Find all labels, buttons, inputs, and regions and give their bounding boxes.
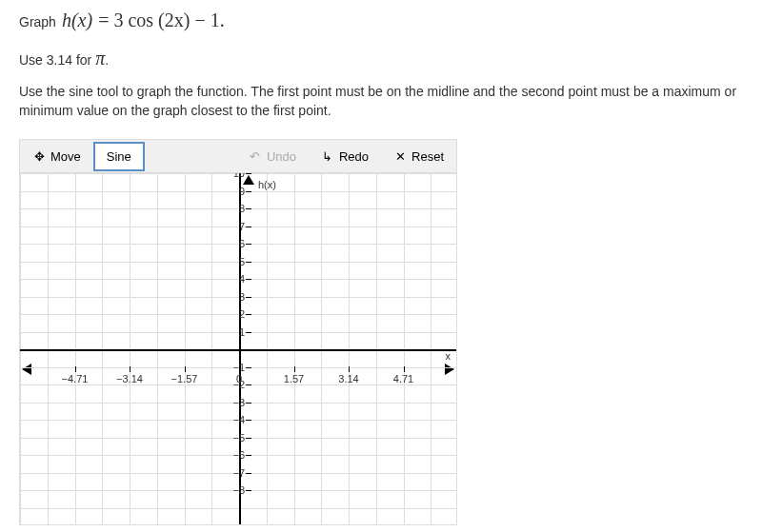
y-tick-label: 1 (228, 326, 245, 338)
y-tick-label: 5 (228, 256, 245, 267)
move-label: Move (50, 149, 81, 164)
y-tick-mark (246, 332, 251, 333)
y-tick-mark (246, 297, 251, 298)
y-tick-mark (246, 384, 251, 385)
move-icon: ✥ (32, 149, 46, 163)
x-tick-mark (185, 366, 186, 372)
instruction-sine-tool: Use the sine tool to graph the function.… (19, 83, 743, 120)
y-tick-label: 3 (228, 291, 245, 303)
x-tick-mark (349, 366, 350, 372)
y-tick-mark (246, 227, 251, 227)
y-tick-mark (246, 244, 251, 245)
function-rhs: = 3 cos (2x) − 1. (98, 10, 225, 31)
y-tick-mark (246, 455, 251, 456)
y-tick-label: 4 (228, 273, 245, 285)
y-tick-mark (246, 262, 251, 263)
y-tick-label: 6 (228, 238, 245, 249)
x-tick-mark (404, 366, 405, 372)
sine-label: Sine (107, 149, 131, 164)
y-tick-label: −6 (228, 449, 245, 461)
x-tick-mark (130, 366, 130, 372)
y-tick-mark (246, 279, 251, 280)
x-tick-label: −4.71 (62, 373, 89, 384)
y-tick-mark (246, 191, 251, 192)
y-tick-mark (246, 420, 251, 421)
x-axis-arrow-left (22, 364, 31, 375)
undo-label: Undo (267, 149, 296, 164)
y-tick-label: −3 (228, 397, 245, 408)
y-tick-label: −2 (228, 379, 245, 390)
redo-icon: ↳ (321, 149, 334, 163)
y-tick-mark (246, 367, 251, 368)
undo-button[interactable]: ↶ Undo (236, 143, 309, 170)
y-tick-label: −5 (228, 432, 245, 443)
redo-label: Redo (339, 149, 369, 164)
x-tick-mark (294, 366, 295, 372)
grid-line-horizontal (20, 508, 456, 509)
y-tick-mark (246, 314, 251, 315)
function-lhs: h(x) (62, 10, 92, 31)
y-tick-mark (246, 490, 251, 491)
y-tick-label: −8 (228, 484, 245, 496)
y-tick-mark (246, 438, 251, 439)
question-header: Graph h(x) = 3 cos (2x) − 1. (19, 10, 743, 31)
x-tick-mark (75, 366, 76, 372)
y-tick-mark (246, 473, 251, 474)
x-axis (20, 349, 456, 351)
y-tick-label: 2 (228, 308, 245, 320)
y-tick-label: −1 (228, 362, 245, 373)
y-tick-label: 8 (228, 203, 245, 214)
y-tick-mark (246, 208, 251, 209)
y-tick-label: 10 (228, 173, 245, 179)
reset-label: Reset (411, 149, 444, 164)
x-tick-label: −1.57 (171, 373, 198, 384)
x-tick-label: 1.57 (284, 373, 304, 384)
y-tick-mark (246, 403, 251, 404)
undo-icon: ↶ (249, 149, 262, 163)
redo-button[interactable]: ↳ Redo (309, 143, 381, 170)
reset-button[interactable]: ✕ Reset (381, 143, 456, 170)
graph-canvas[interactable]: h(x) x −4.71−3.14−1.5701.573.144.71−8−7−… (19, 173, 457, 525)
x-tick-label: −3.14 (116, 373, 143, 384)
y-tick-mark (246, 173, 251, 174)
graph-widget: ✥ Move Sine ↶ Undo ↳ Redo ✕ Reset h(x) x… (19, 139, 457, 525)
y-tick-label: 7 (228, 221, 245, 232)
graph-prefix: Graph (19, 14, 56, 30)
y-tick-label: 9 (228, 186, 245, 197)
y-tick-label: −4 (228, 414, 245, 425)
move-button[interactable]: ✥ Move (20, 143, 93, 170)
reset-icon: ✕ (393, 149, 407, 163)
x-tick-label: 3.14 (338, 373, 358, 384)
x-tick-label: 4.71 (393, 373, 413, 384)
instruction-pi: Use 3.14 for π. (19, 45, 743, 71)
toolbar: ✥ Move Sine ↶ Undo ↳ Redo ✕ Reset (19, 139, 457, 173)
sine-button[interactable]: Sine (93, 142, 145, 171)
x-axis-label: x (446, 350, 451, 362)
y-tick-label: −7 (228, 467, 245, 479)
x-axis-arrow-right (445, 364, 454, 375)
